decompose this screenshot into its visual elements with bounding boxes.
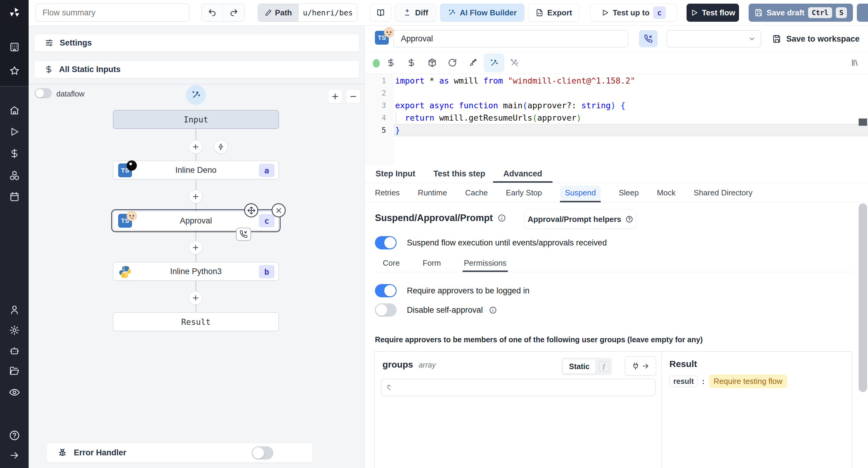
flow-settings-button[interactable]: Settings xyxy=(34,34,359,52)
suspend-phone-badge xyxy=(236,228,251,241)
editor-scrollbar-thumb[interactable] xyxy=(859,118,867,126)
result-value-highlight: Require testing flow xyxy=(709,375,787,388)
info-icon[interactable] xyxy=(489,306,497,314)
redo-button[interactable] xyxy=(223,4,244,21)
undo-button[interactable] xyxy=(202,4,223,21)
help-icon[interactable] xyxy=(9,430,20,441)
sliders-icon xyxy=(44,38,54,47)
ai-wand-button[interactable] xyxy=(186,85,206,105)
runs-play-icon[interactable] xyxy=(9,126,20,138)
file-code-icon xyxy=(535,8,544,17)
code-editor[interactable]: 12345 import * as wmill from "windmill-c… xyxy=(365,74,868,165)
flow-node-inline-python[interactable]: Inline Python3 b xyxy=(113,262,279,281)
add-step-button[interactable] xyxy=(189,291,203,305)
disable-self-approval-toggle[interactable] xyxy=(375,303,397,317)
flow-panel-divider xyxy=(29,84,365,84)
favorites-star-icon[interactable] xyxy=(9,65,20,77)
suspend-phone-button[interactable] xyxy=(639,30,658,47)
tab-advanced[interactable]: Advanced xyxy=(493,165,553,183)
resources-boxes-icon[interactable] xyxy=(9,170,20,181)
dollar-icon[interactable] xyxy=(407,58,416,67)
settings-gear-icon[interactable] xyxy=(9,324,20,336)
code-lines[interactable]: import * as wmill from "windmill-client@… xyxy=(394,74,868,165)
tab-retries[interactable]: Retries xyxy=(375,183,400,202)
tab-step-input[interactable]: Step Input xyxy=(375,165,416,183)
tab-cache[interactable]: Cache xyxy=(465,183,488,202)
variables-dollar-icon[interactable] xyxy=(9,148,20,159)
reload-icon[interactable] xyxy=(448,58,457,67)
result-heading: Result xyxy=(670,359,697,369)
groups-note: Require approvers to be members of one o… xyxy=(375,335,703,344)
error-handler-toggle[interactable] xyxy=(252,446,273,460)
add-trigger-zap-button[interactable] xyxy=(214,140,228,154)
test-flow-button[interactable]: Test flow xyxy=(687,4,739,22)
approval-prompt-helpers-button[interactable]: Approval/Prompt helpers xyxy=(524,210,637,229)
dataflow-toggle[interactable] xyxy=(35,88,52,98)
ai-assistant-button[interactable] xyxy=(484,53,504,72)
package-icon[interactable] xyxy=(427,58,437,67)
tab-core[interactable]: Core xyxy=(381,254,401,272)
library-icon[interactable] xyxy=(849,58,859,67)
save-to-workspace-button[interactable]: Save to workspace xyxy=(772,32,860,46)
tab-test-this-step[interactable]: Test this step xyxy=(433,165,486,183)
suspend-toggle[interactable] xyxy=(375,236,397,250)
audit-eye-icon[interactable] xyxy=(9,387,20,398)
schedules-calendar-icon[interactable] xyxy=(9,191,20,202)
groups-array-input[interactable] xyxy=(381,379,655,396)
code-gutter: 12345 xyxy=(365,74,394,165)
test-up-to-button[interactable]: Test up to c xyxy=(590,4,677,22)
tab-shared-directory[interactable]: Shared Directory xyxy=(694,183,752,202)
all-static-inputs-button[interactable]: All Static Inputs xyxy=(34,60,359,79)
format-brush-icon[interactable] xyxy=(468,58,477,67)
zoom-out-button[interactable] xyxy=(346,89,361,104)
add-step-button[interactable] xyxy=(189,140,203,154)
add-step-button[interactable] xyxy=(189,190,203,204)
flow-node-input[interactable]: Input xyxy=(113,110,279,129)
error-handler-card: Error Handler xyxy=(46,443,313,463)
tab-form[interactable]: Form xyxy=(421,254,442,272)
tab-permissions[interactable]: Permissions xyxy=(463,254,508,272)
save-icon xyxy=(772,34,781,43)
lsp-status-dot xyxy=(373,59,380,67)
save-draft-button[interactable]: Save draft Ctrl S xyxy=(749,4,853,22)
flow-summary-input[interactable] xyxy=(36,4,189,22)
windmill-logo-icon[interactable] xyxy=(9,7,20,19)
folders-icon[interactable] xyxy=(9,365,20,377)
dollar-icon[interactable] xyxy=(386,58,396,67)
zoom-in-button[interactable] xyxy=(328,89,342,104)
collapse-arrow-right-icon[interactable] xyxy=(9,449,20,461)
flow-node-result[interactable]: Result xyxy=(113,313,279,331)
function-mode-button[interactable]: ƒ xyxy=(597,359,611,374)
delete-step-button[interactable] xyxy=(272,203,286,217)
connect-input-button[interactable] xyxy=(625,356,656,376)
result-key-chip[interactable]: result xyxy=(670,376,698,387)
workers-robot-icon[interactable] xyxy=(9,345,20,356)
kind-select[interactable] xyxy=(667,30,761,47)
flow-node-inline-deno[interactable]: TS Inline Deno a xyxy=(113,161,279,179)
workspace-building-icon[interactable] xyxy=(9,41,20,53)
static-mode-button[interactable]: Static xyxy=(563,359,596,374)
result-row: result : Require testing flow xyxy=(670,375,787,388)
ai-gen-off-icon[interactable] xyxy=(509,58,519,67)
move-step-handle[interactable] xyxy=(244,203,258,217)
disable-self-approval-row: Disable self-approval xyxy=(375,303,497,317)
info-icon[interactable] xyxy=(498,214,506,222)
add-step-button[interactable] xyxy=(189,241,203,255)
diff-button[interactable]: Diff xyxy=(395,4,436,22)
tab-runtime[interactable]: Runtime xyxy=(418,183,447,202)
docs-book-button[interactable] xyxy=(370,4,391,22)
diff-icon xyxy=(403,8,411,17)
user-icon[interactable] xyxy=(9,304,20,315)
tab-sleep[interactable]: Sleep xyxy=(619,183,639,202)
export-button[interactable]: Export xyxy=(528,4,579,22)
require-logged-in-toggle[interactable] xyxy=(375,284,397,297)
tab-mock[interactable]: Mock xyxy=(657,183,675,202)
tab-suspend[interactable]: Suspend xyxy=(560,183,601,202)
home-icon[interactable] xyxy=(9,105,20,116)
panel-scrollbar-thumb[interactable] xyxy=(859,204,867,392)
tab-early-stop[interactable]: Early Stop xyxy=(506,183,542,202)
deploy-button-partial[interactable] xyxy=(857,4,868,22)
path-group[interactable]: Path u/henri/bes xyxy=(258,4,357,22)
step-name-input[interactable] xyxy=(393,30,628,47)
ai-flow-builder-button[interactable]: AI Flow Builder xyxy=(440,4,524,22)
